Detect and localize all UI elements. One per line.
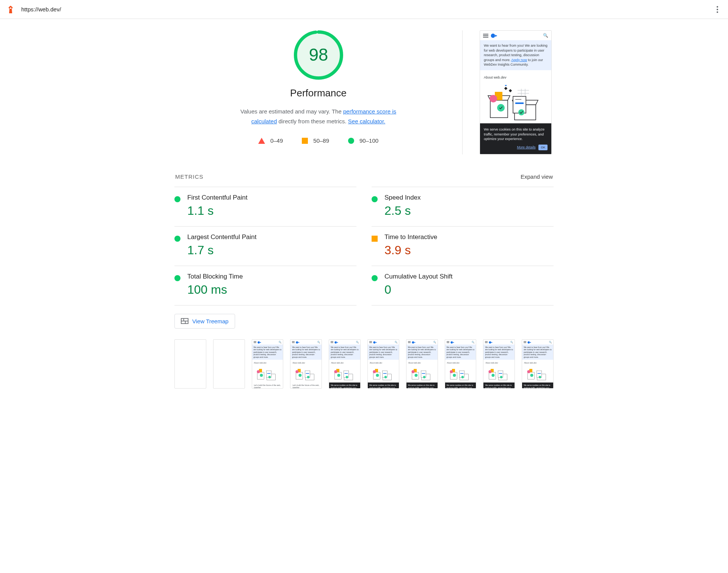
pass-indicator-icon xyxy=(174,275,180,281)
hamburger-icon xyxy=(483,34,488,38)
preview-cookie-banner: We serve cookies on this site to analyze… xyxy=(480,123,551,154)
svg-point-70 xyxy=(461,376,464,378)
svg-point-74 xyxy=(492,374,495,377)
preview-illustration xyxy=(484,83,548,121)
metric-lcp: Largest Contentful Paint 1.7 s xyxy=(174,226,356,266)
svg-point-65 xyxy=(450,370,453,373)
desc-text: Values are estimated and may vary. The xyxy=(240,108,343,115)
metric-value: 2.5 s xyxy=(384,204,554,218)
score-gauge: 98 xyxy=(294,30,343,80)
expand-view-toggle[interactable]: Expand view xyxy=(521,173,553,180)
svg-point-33 xyxy=(296,370,299,373)
metrics-grid: First Contentful Paint 1.1 s Speed Index… xyxy=(174,187,554,305)
preview-banner: We want to hear from you! We are looking… xyxy=(480,40,551,70)
svg-point-25 xyxy=(257,370,260,373)
svg-point-54 xyxy=(384,376,387,378)
metric-name: Time to Interactive xyxy=(384,233,554,241)
pass-indicator-icon xyxy=(372,196,378,202)
svg-rect-12 xyxy=(504,87,507,90)
svg-point-81 xyxy=(527,370,530,373)
header-row: 98 Performance Values are estimated and … xyxy=(174,30,554,154)
filmstrip-frame: ⬤▸🔍 We want to hear from you! We are loo… xyxy=(290,339,322,389)
metrics-title: METRICS xyxy=(175,173,204,180)
filmstrip-frame: ⬤▸🔍 We want to hear from you! We are loo… xyxy=(445,339,477,389)
svg-point-38 xyxy=(307,376,309,378)
desc-text-2: directly from these metrics. xyxy=(277,118,348,124)
svg-point-41 xyxy=(334,370,337,373)
metric-name: Total Blocking Time xyxy=(187,273,356,280)
svg-point-5 xyxy=(490,95,497,102)
metric-value: 1.1 s xyxy=(187,204,356,218)
average-indicator-icon xyxy=(372,236,378,242)
final-screenshot: ⬤▸ 🔍 We want to hear from you! We are lo… xyxy=(480,30,552,154)
metric-value: 3.9 s xyxy=(384,243,554,257)
kebab-menu-icon[interactable] xyxy=(713,5,722,14)
svg-point-73 xyxy=(489,370,492,373)
metric-si: Speed Index 2.5 s xyxy=(372,187,554,226)
metric-value: 100 ms xyxy=(187,283,356,297)
svg-point-13 xyxy=(505,85,507,86)
filmstrip-frame xyxy=(213,339,245,389)
svg-rect-0 xyxy=(10,8,11,9)
pass-indicator-icon xyxy=(174,196,180,202)
svg-point-57 xyxy=(411,370,414,373)
category-title: Performance xyxy=(290,87,347,99)
score-column: 98 Performance Values are estimated and … xyxy=(174,30,463,154)
see-calculator-link[interactable]: See calculator. xyxy=(348,118,385,124)
svg-point-86 xyxy=(539,376,541,378)
legend-pass-label: 90–100 xyxy=(359,137,378,144)
svg-rect-45 xyxy=(345,373,348,374)
metric-name: Largest Contentful Paint xyxy=(187,233,356,241)
filmstrip-frame: ⬤▸🔍 We want to hear from you! We are loo… xyxy=(406,339,438,389)
svg-rect-14 xyxy=(509,89,512,92)
svg-rect-9 xyxy=(515,102,524,104)
svg-rect-37 xyxy=(306,373,309,374)
metric-value: 0 xyxy=(384,283,554,297)
metrics-header: METRICS Expand view xyxy=(174,173,554,180)
lighthouse-icon xyxy=(6,5,15,14)
legend-average: 50–89 xyxy=(302,137,329,144)
score-value: 98 xyxy=(309,45,328,65)
page-url: https://web.dev/ xyxy=(21,6,713,13)
svg-point-11 xyxy=(518,109,524,115)
topbar: https://web.dev/ xyxy=(0,0,728,19)
metric-value: 1.7 s xyxy=(187,243,356,257)
metric-cls: Cumulative Layout Shift 0 xyxy=(372,266,554,305)
filmstrip-frame xyxy=(174,339,206,389)
svg-point-50 xyxy=(376,374,379,377)
filmstrip-frame: ⬤▸🔍 We want to hear from you! We are loo… xyxy=(483,339,515,389)
metric-tbt: Total Blocking Time 100 ms xyxy=(174,266,356,305)
treemap-label: View Treemap xyxy=(192,318,229,324)
svg-rect-61 xyxy=(422,373,425,374)
site-logo-icon: ⬤▸ xyxy=(491,33,497,38)
pass-indicator-icon xyxy=(372,275,378,281)
square-icon xyxy=(302,138,308,144)
legend-fail: 0–49 xyxy=(258,137,283,144)
svg-point-34 xyxy=(299,374,302,377)
preview-more-link: More details xyxy=(517,145,535,150)
preview-body: About web.dev xyxy=(480,70,551,123)
legend-avg-label: 50–89 xyxy=(313,137,329,144)
preview-column: ⬤▸ 🔍 We want to hear from you! We are lo… xyxy=(478,30,554,154)
view-treemap-button[interactable]: View Treemap xyxy=(174,314,235,329)
treemap-row: View Treemap xyxy=(174,314,554,329)
svg-point-78 xyxy=(500,376,502,378)
metric-name: Speed Index xyxy=(384,194,554,201)
svg-point-49 xyxy=(373,370,376,373)
svg-point-30 xyxy=(268,376,271,378)
filmstrip: ⬤▸🔍 We want to hear from you! We are loo… xyxy=(174,339,554,389)
legend-fail-label: 0–49 xyxy=(270,137,283,144)
svg-point-66 xyxy=(453,374,456,377)
filmstrip-frame: ⬤▸🔍 We want to hear from you! We are loo… xyxy=(329,339,361,389)
search-icon: 🔍 xyxy=(543,33,548,38)
metric-tti: Time to Interactive 3.9 s xyxy=(372,226,554,266)
svg-rect-77 xyxy=(499,373,502,374)
pass-indicator-icon xyxy=(174,236,180,242)
svg-rect-53 xyxy=(383,373,386,374)
preview-ok-button: OK xyxy=(538,145,548,150)
svg-rect-85 xyxy=(538,373,541,374)
score-legend: 0–49 50–89 90–100 xyxy=(258,137,378,144)
filmstrip-frame: ⬤▸🔍 We want to hear from you! We are loo… xyxy=(367,339,399,389)
filmstrip-frame: ⬤▸🔍 We want to hear from you! We are loo… xyxy=(522,339,554,389)
triangle-icon xyxy=(258,138,265,144)
